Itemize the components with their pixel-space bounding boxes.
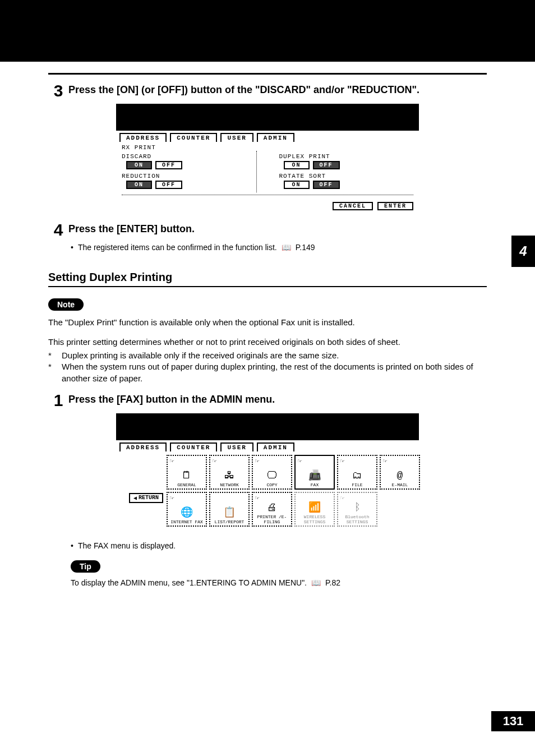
discard-on-button[interactable]: ON bbox=[126, 161, 152, 169]
file-button[interactable]: ☞🗂FILE bbox=[337, 455, 377, 490]
rx-print-header: RX PRINT bbox=[122, 144, 413, 151]
divider bbox=[48, 286, 487, 287]
note-pill: Note bbox=[48, 298, 84, 311]
bullet-dot: • bbox=[71, 541, 73, 550]
tip-row: To display the ADMIN menu, see "1.ENTERI… bbox=[71, 578, 487, 587]
step-number: 3 bbox=[48, 82, 68, 99]
copy-button[interactable]: ☞🖵COPY bbox=[252, 455, 292, 490]
finger-icon: ☞ bbox=[170, 457, 174, 465]
finger-icon: ☞ bbox=[255, 494, 259, 503]
star-list: * Duplex printing is available only if t… bbox=[48, 350, 487, 384]
note-text: The "Duplex Print" function is available… bbox=[48, 316, 487, 328]
tab-user[interactable]: USER bbox=[220, 133, 253, 142]
divider bbox=[48, 73, 487, 75]
wireless-settings-button[interactable]: 📶WIRELESS SETTINGS bbox=[294, 492, 335, 527]
tip-text: To display the ADMIN menu, see "1.ENTERI… bbox=[71, 578, 307, 587]
finger-icon: ☞ bbox=[213, 457, 216, 465]
internet-fax-button[interactable]: ☞🌐INTERNET FAX bbox=[167, 492, 207, 527]
star-text-2: When the system runs out of paper during… bbox=[62, 361, 487, 384]
page-content: 3 Press the [ON] (or [OFF]) button of th… bbox=[0, 62, 535, 587]
chapter-side-tab: 4 bbox=[511, 236, 535, 267]
lcd-screenshot-rx-print: ADDRESS COUNTER USER ADMIN RX PRINT DISC… bbox=[116, 104, 419, 214]
duplex-print-label: DUPLEX PRINT bbox=[279, 153, 414, 160]
reduction-on-button[interactable]: ON bbox=[126, 181, 152, 189]
general-button[interactable]: ☞🗒GENERAL bbox=[167, 455, 207, 490]
network-icon: 🖧 bbox=[224, 469, 234, 481]
tab-counter[interactable]: COUNTER bbox=[170, 133, 217, 142]
step-4-note: • The registered items can be confirmed … bbox=[71, 243, 487, 252]
rotate-on-button[interactable]: ON bbox=[284, 181, 310, 189]
finger-icon: ☞ bbox=[170, 494, 174, 503]
printer-efiling-button[interactable]: ☞🖨PRINTER /E-FILING bbox=[252, 492, 292, 527]
section-heading-duplex: Setting Duplex Printing bbox=[48, 271, 487, 284]
tab-address[interactable]: ADDRESS bbox=[119, 133, 167, 142]
finger-icon: ☞ bbox=[340, 494, 344, 503]
network-button[interactable]: ☞🖧NETWORK bbox=[209, 455, 250, 490]
bluetooth-icon: ᛒ bbox=[354, 502, 361, 513]
step-text: Press the [ENTER] button. bbox=[68, 222, 487, 236]
page-number: 131 bbox=[491, 711, 535, 731]
rotate-sort-label: ROTATE SORT bbox=[279, 173, 414, 179]
reduction-label: REDUCTION bbox=[122, 173, 256, 179]
finger-icon: ☞ bbox=[298, 457, 302, 465]
page-ref: P.149 bbox=[296, 243, 315, 252]
tab-user[interactable]: USER bbox=[220, 442, 253, 451]
duplex-off-button[interactable]: OFF bbox=[313, 161, 340, 169]
discard-off-button[interactable]: OFF bbox=[155, 161, 182, 169]
email-button[interactable]: ☞@E-MAIL bbox=[380, 455, 420, 490]
step-number: 1 bbox=[48, 392, 68, 409]
step-text: Press the [FAX] button in the ADMIN menu… bbox=[68, 392, 487, 406]
copy-icon: 🖵 bbox=[267, 469, 277, 481]
top-black-bar bbox=[0, 0, 535, 62]
email-icon: @ bbox=[397, 470, 403, 481]
wireless-icon: 📶 bbox=[308, 501, 321, 513]
empty-cell bbox=[119, 455, 164, 490]
page-ref: P.82 bbox=[325, 578, 340, 587]
return-button[interactable]: ◀ RETURN bbox=[129, 493, 163, 503]
finger-icon: ☞ bbox=[340, 457, 344, 465]
lcd-screenshot-admin-menu: ADDRESS COUNTER USER ADMIN ☞🗒GENERAL ☞🖧N… bbox=[116, 413, 419, 533]
rotate-off-button[interactable]: OFF bbox=[313, 181, 340, 189]
reduction-off-button[interactable]: OFF bbox=[155, 181, 182, 189]
duplex-on-button[interactable]: ON bbox=[284, 161, 310, 169]
enter-button[interactable]: ENTER bbox=[377, 202, 413, 210]
tab-address[interactable]: ADDRESS bbox=[119, 442, 167, 451]
star-text-1: Duplex printing is available only if the… bbox=[62, 350, 487, 361]
book-icon: 📖 bbox=[282, 243, 291, 252]
tab-counter[interactable]: COUNTER bbox=[170, 442, 217, 451]
fax-button[interactable]: ☞📠FAX bbox=[294, 455, 335, 490]
step-number: 4 bbox=[48, 222, 68, 238]
bullet-dot: • bbox=[71, 243, 73, 252]
step-1: 1 Press the [FAX] button in the ADMIN me… bbox=[48, 392, 487, 409]
book-icon: 📖 bbox=[311, 578, 321, 587]
tab-admin[interactable]: ADMIN bbox=[257, 133, 294, 142]
asterisk: * bbox=[48, 361, 62, 384]
tab-admin[interactable]: ADMIN bbox=[257, 442, 294, 451]
step-3: 3 Press the [ON] (or [OFF]) button of th… bbox=[48, 82, 487, 99]
intro-text: This printer setting determines whether … bbox=[48, 336, 487, 348]
step-1-note: • The FAX menu is displayed. bbox=[71, 541, 487, 550]
list-icon: 📋 bbox=[223, 506, 236, 518]
step-1-note-text: The FAX menu is displayed. bbox=[78, 541, 176, 550]
tab-bar: ADDRESS COUNTER USER ADMIN bbox=[116, 440, 419, 451]
discard-label: DISCARD bbox=[122, 153, 256, 160]
cancel-button[interactable]: CANCEL bbox=[333, 202, 373, 210]
ifax-icon: 🌐 bbox=[181, 506, 193, 518]
empty-cell bbox=[380, 492, 420, 527]
printer-icon: 🖨 bbox=[267, 501, 277, 513]
finger-icon: ☞ bbox=[383, 457, 387, 465]
finger-icon: ☞ bbox=[255, 457, 259, 465]
tab-bar: ADDRESS COUNTER USER ADMIN bbox=[116, 131, 419, 142]
list-report-button[interactable]: 📋LIST/REPORT bbox=[209, 492, 250, 527]
asterisk: * bbox=[48, 350, 62, 361]
general-icon: 🗒 bbox=[182, 469, 192, 481]
tip-pill: Tip bbox=[71, 560, 100, 573]
step-4: 4 Press the [ENTER] button. bbox=[48, 222, 487, 238]
bluetooth-settings-button[interactable]: ☞ᛒBluetooth SETTINGS bbox=[337, 492, 377, 527]
fax-icon: 📠 bbox=[308, 469, 321, 481]
return-cell: ◀ RETURN bbox=[119, 492, 164, 527]
step-text: Press the [ON] (or [OFF]) button of the … bbox=[68, 82, 487, 96]
file-icon: 🗂 bbox=[352, 469, 362, 481]
step-4-note-text: The registered items can be confirmed in… bbox=[78, 243, 277, 252]
